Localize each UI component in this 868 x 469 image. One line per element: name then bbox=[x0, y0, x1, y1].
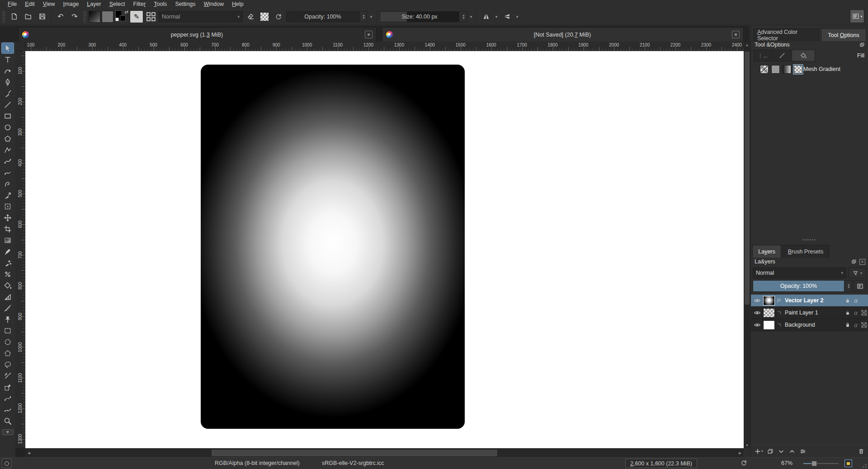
fit-page-button[interactable] bbox=[844, 460, 852, 467]
tool-select-shapes[interactable] bbox=[1, 42, 14, 54]
selection-display-mode-button[interactable] bbox=[2, 459, 12, 468]
menu-tools[interactable]: Tools bbox=[150, 0, 171, 8]
layer-inherit-alpha-toggle[interactable] bbox=[860, 322, 868, 328]
fill-none-swatch[interactable] bbox=[760, 65, 769, 74]
close-tab-button[interactable]: × bbox=[732, 31, 740, 38]
tool-calligraphy[interactable] bbox=[1, 76, 14, 88]
tool-gradient[interactable] bbox=[1, 234, 14, 246]
layer-alpha-lock-toggle[interactable]: α bbox=[852, 310, 860, 316]
layer-properties-button[interactable] bbox=[798, 446, 808, 457]
fill-solid-swatch[interactable] bbox=[771, 65, 780, 74]
tool-select-magnetic[interactable] bbox=[1, 404, 14, 415]
vertical-scrollbar[interactable]: ▲ ▼ bbox=[744, 42, 750, 448]
mirror-vertical-options-arrow[interactable]: ▾ bbox=[514, 14, 520, 19]
new-document-button[interactable] bbox=[8, 10, 20, 23]
foreground-background-colors[interactable]: ⇄ bbox=[115, 10, 128, 23]
opacity-slider[interactable]: Opacity: 100% bbox=[286, 11, 359, 22]
tool-line[interactable] bbox=[1, 99, 14, 110]
toolbar-drag-handle[interactable] bbox=[2, 11, 5, 23]
size-options-arrow[interactable]: ▾ bbox=[468, 14, 474, 19]
tool-select-bezier[interactable] bbox=[1, 393, 14, 404]
layer-name[interactable]: Paint Layer 1 bbox=[783, 310, 844, 316]
opacity-spinner[interactable]: ▲▼ bbox=[361, 11, 367, 22]
vertical-scrollbar-thumb[interactable] bbox=[745, 52, 750, 305]
docker-splitter-handle[interactable]: •••••• bbox=[802, 238, 816, 242]
reset-colors-icon[interactable] bbox=[115, 18, 119, 21]
add-layer-button[interactable]: ▾ bbox=[753, 446, 764, 457]
tool-select-opaque[interactable] bbox=[1, 381, 14, 393]
tool-fill[interactable] bbox=[1, 280, 14, 291]
tool-colorize-mask[interactable] bbox=[1, 268, 14, 280]
eraser-mode-button[interactable] bbox=[244, 10, 257, 23]
layer-alpha-lock-toggle[interactable]: α bbox=[852, 297, 860, 304]
tool-select-polygonal[interactable] bbox=[1, 347, 14, 359]
mirror-vertical-button[interactable] bbox=[500, 10, 513, 23]
layer-name[interactable]: Vector Layer 2 bbox=[783, 297, 844, 304]
tool-zoom[interactable] bbox=[1, 415, 14, 427]
mirror-horizontal-button[interactable] bbox=[480, 10, 492, 23]
menu-edit[interactable]: Edit bbox=[21, 0, 39, 8]
menu-view[interactable]: View bbox=[39, 0, 59, 8]
tool-color-sampler[interactable] bbox=[1, 246, 14, 257]
menu-file[interactable]: File bbox=[4, 0, 21, 8]
tool-edit-shapes[interactable] bbox=[1, 65, 14, 76]
workspace-chooser-button[interactable] bbox=[145, 10, 157, 23]
redo-button[interactable]: ↷ bbox=[68, 10, 81, 23]
zoom-slider[interactable] bbox=[803, 463, 839, 464]
layer-thumbnail[interactable] bbox=[763, 296, 775, 305]
tool-option-tab-fill[interactable] bbox=[792, 50, 815, 61]
tool-option-tab-dotted[interactable]: ⋮… bbox=[754, 50, 773, 61]
tool-multibrush[interactable] bbox=[1, 189, 14, 201]
layer-filter-button[interactable]: ▾ bbox=[848, 267, 866, 278]
scroll-left-arrow[interactable]: ◀ bbox=[25, 449, 33, 457]
tool-text[interactable] bbox=[1, 54, 14, 65]
horizontal-scrollbar[interactable]: ◀ ▶ bbox=[15, 448, 744, 457]
tool-polyline[interactable] bbox=[1, 144, 14, 155]
opacity-options-arrow[interactable]: ▾ bbox=[368, 14, 374, 19]
layer-row-vector-layer-2[interactable]: Vector Layer 2 α bbox=[751, 295, 868, 307]
close-docker-icon[interactable]: × bbox=[859, 259, 865, 265]
swap-colors-icon[interactable]: ⇄ bbox=[125, 9, 128, 14]
layer-row-paint-layer-1[interactable]: Paint Layer 1 α bbox=[751, 307, 868, 319]
tab-tool-options[interactable]: Tool Options bbox=[821, 28, 866, 41]
pattern-chooser-button[interactable] bbox=[102, 11, 113, 23]
float-docker-icon[interactable] bbox=[859, 42, 865, 48]
document-tab-not-saved[interactable]: [Not Saved] (20.7 MiB) × bbox=[382, 27, 744, 42]
menu-window[interactable]: Window bbox=[200, 0, 228, 8]
delete-layer-button[interactable] bbox=[856, 446, 866, 457]
tool-select-elliptical[interactable] bbox=[1, 336, 14, 347]
toolbar-drag-handle[interactable] bbox=[83, 11, 86, 23]
save-button[interactable] bbox=[36, 10, 48, 23]
move-layer-up-button[interactable] bbox=[787, 446, 797, 457]
tool-assistants[interactable] bbox=[1, 291, 14, 302]
menu-settings[interactable]: Settings bbox=[171, 0, 199, 8]
tool-select-similar-color[interactable] bbox=[1, 370, 14, 381]
tool-freehand-path[interactable] bbox=[1, 167, 14, 178]
menu-select[interactable]: Select bbox=[105, 0, 129, 8]
layer-visibility-toggle[interactable] bbox=[751, 309, 763, 317]
float-docker-icon[interactable] bbox=[851, 258, 857, 265]
status-image-dimensions[interactable]: 2,600 x 1,600 (22.3 MiB) bbox=[625, 459, 697, 468]
tool-measure[interactable] bbox=[1, 302, 14, 314]
tool-bezier-curve[interactable] bbox=[1, 155, 14, 167]
move-layer-down-button[interactable] bbox=[776, 446, 786, 457]
layer-blending-mode-select[interactable]: Normal ▾ bbox=[753, 267, 846, 278]
layer-visibility-toggle[interactable] bbox=[751, 321, 763, 329]
open-document-button[interactable] bbox=[22, 10, 34, 23]
canvas[interactable] bbox=[25, 51, 744, 448]
menu-layer[interactable]: Layer bbox=[83, 0, 105, 8]
blending-mode-select[interactable]: Normal ▾ bbox=[159, 11, 243, 22]
menu-filter[interactable]: Filter bbox=[129, 0, 150, 8]
mirror-horizontal-options-arrow[interactable]: ▾ bbox=[494, 14, 499, 19]
layer-row-background[interactable]: Background α bbox=[751, 319, 868, 331]
undo-button[interactable]: ↶ bbox=[54, 10, 67, 23]
toolbox-overflow-button[interactable]: ▼ bbox=[2, 429, 14, 435]
preserve-alpha-button[interactable] bbox=[258, 10, 271, 23]
tool-ellipse[interactable] bbox=[1, 122, 14, 133]
zoom-slider-handle[interactable] bbox=[811, 461, 817, 466]
scroll-down-arrow[interactable]: ▼ bbox=[744, 442, 750, 448]
tool-select-rectangular[interactable] bbox=[1, 325, 14, 336]
layer-opacity-spinner[interactable]: ▲▼ bbox=[846, 280, 852, 292]
tool-freehand-brush[interactable] bbox=[1, 88, 14, 99]
menu-image[interactable]: Image bbox=[59, 0, 83, 8]
